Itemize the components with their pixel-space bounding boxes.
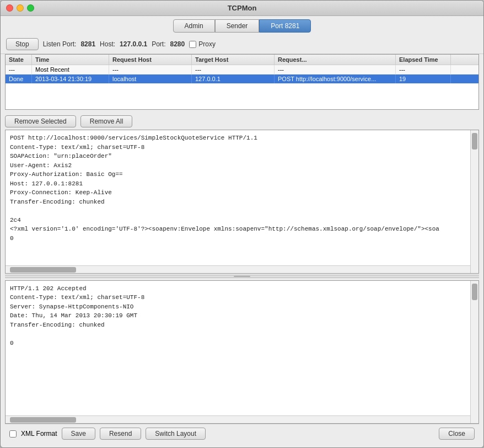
port-value: 8280 bbox=[170, 40, 185, 48]
main-content: State Time Request Host Target Host Requ… bbox=[1, 54, 483, 447]
window-title: TCPMon bbox=[228, 4, 257, 12]
row-request-host: localhost bbox=[109, 74, 192, 83]
request-horiz-scroll[interactable] bbox=[6, 265, 470, 273]
col-time: Time bbox=[32, 55, 109, 65]
response-right-scrollbar[interactable] bbox=[470, 281, 478, 424]
proxy-section: Proxy bbox=[189, 40, 216, 48]
request-content: POST http://localhost:9000/services/Simp… bbox=[6, 130, 478, 273]
xml-format-checkbox[interactable] bbox=[9, 430, 17, 438]
row-time: 2013-03-14 21:30:19 bbox=[32, 74, 109, 83]
table-row[interactable]: Done 2013-03-14 21:30:19 localhost 127.0… bbox=[6, 74, 478, 84]
sep-request: --- bbox=[275, 65, 396, 74]
proxy-checkbox[interactable] bbox=[189, 41, 196, 48]
sep-elapsed: --- bbox=[396, 65, 451, 74]
table-header: State Time Request Host Target Host Requ… bbox=[6, 55, 478, 65]
request-scrollbar-thumb bbox=[472, 133, 477, 150]
col-state: State bbox=[6, 55, 32, 65]
minimize-traffic-light[interactable] bbox=[17, 4, 24, 12]
close-traffic-light[interactable] bbox=[6, 4, 13, 12]
remove-all-button[interactable]: Remove All bbox=[80, 115, 133, 127]
response-content: HTTP/1.1 202 Accepted Content-Type: text… bbox=[6, 281, 478, 424]
port-label: Port: bbox=[152, 40, 165, 48]
toolbar: Stop Listen Port: 8281 Host: 127.0.0.1 P… bbox=[1, 35, 483, 54]
pane-divider[interactable] bbox=[5, 275, 479, 278]
request-horiz-thumb bbox=[10, 267, 76, 273]
row-state: Done bbox=[6, 74, 32, 83]
response-horiz-scroll[interactable] bbox=[6, 415, 470, 423]
switch-layout-button[interactable]: Switch Layout bbox=[146, 428, 206, 440]
sep-target-host: --- bbox=[192, 65, 275, 74]
request-pane: POST http://localhost:9000/services/Simp… bbox=[5, 130, 479, 274]
bottom-bar: XML Format Save Resend Switch Layout Clo… bbox=[5, 424, 479, 443]
main-window: TCPMon Admin Sender Port 8281 Stop Liste… bbox=[0, 0, 484, 448]
col-request: Request... bbox=[275, 55, 396, 65]
title-bar: TCPMon bbox=[1, 1, 483, 16]
maximize-traffic-light[interactable] bbox=[27, 4, 34, 12]
request-right-scrollbar[interactable] bbox=[470, 130, 478, 273]
host-label: Host: bbox=[100, 40, 115, 48]
resend-button[interactable]: Resend bbox=[100, 428, 141, 440]
row-elapsed: 19 bbox=[396, 74, 451, 83]
host-value: 127.0.0.1 bbox=[120, 40, 147, 48]
response-scrollbar-thumb bbox=[472, 284, 477, 300]
listen-port-label: Listen Port: bbox=[43, 40, 77, 48]
col-elapsed: Elapsed Time bbox=[396, 55, 451, 65]
listen-port-value: 8281 bbox=[80, 40, 95, 48]
table-separator-row: --- Most Recent --- --- --- --- bbox=[6, 65, 478, 74]
tab-bar: Admin Sender Port 8281 bbox=[1, 16, 483, 35]
tab-admin[interactable]: Admin bbox=[173, 19, 215, 33]
close-button[interactable]: Close bbox=[439, 428, 475, 440]
sep-state: --- bbox=[6, 65, 32, 74]
save-button[interactable]: Save bbox=[62, 428, 95, 440]
row-request: POST http://localhost:9000/service... bbox=[275, 74, 396, 83]
request-table: State Time Request Host Target Host Requ… bbox=[5, 54, 479, 110]
stop-button[interactable]: Stop bbox=[6, 38, 39, 50]
table-body: --- Most Recent --- --- --- --- Done 201… bbox=[6, 65, 478, 109]
response-horiz-thumb bbox=[10, 417, 76, 423]
traffic-lights bbox=[6, 4, 34, 12]
sep-time: Most Recent bbox=[32, 65, 109, 74]
col-request-host: Request Host bbox=[109, 55, 192, 65]
row-target-host: 127.0.0.1 bbox=[192, 74, 275, 83]
panes-container: POST http://localhost:9000/services/Simp… bbox=[5, 130, 479, 424]
proxy-label: Proxy bbox=[198, 40, 216, 48]
response-pane: HTTP/1.1 202 Accepted Content-Type: text… bbox=[5, 280, 479, 424]
tab-sender[interactable]: Sender bbox=[215, 19, 260, 33]
action-bar: Remove Selected Remove All bbox=[5, 113, 479, 130]
tab-port-8281[interactable]: Port 8281 bbox=[259, 19, 311, 33]
remove-selected-button[interactable]: Remove Selected bbox=[5, 115, 76, 127]
sep-req-host: --- bbox=[109, 65, 192, 74]
xml-format-label: XML Format bbox=[21, 430, 57, 438]
col-target-host: Target Host bbox=[192, 55, 275, 65]
